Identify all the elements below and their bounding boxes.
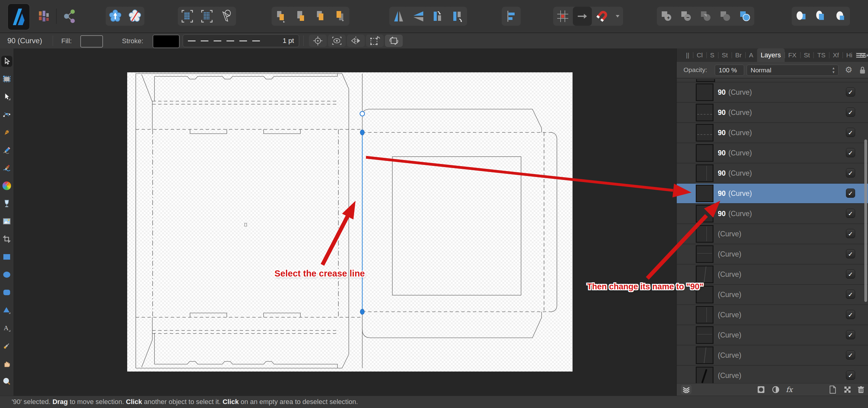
move-tool[interactable]	[1, 56, 12, 67]
brush-tool[interactable]	[1, 162, 12, 174]
move-to-front-button[interactable]	[272, 7, 290, 26]
layer-row[interactable]: 90(Curve)✓	[677, 204, 868, 224]
pixel-grid-icon[interactable]	[197, 7, 216, 26]
mirror-nodes-button[interactable]	[347, 35, 365, 47]
stroke-style-dropdown[interactable]: 1 pt	[183, 34, 299, 47]
insert-on-top-button[interactable]	[811, 7, 830, 26]
stroke-swatch[interactable]	[153, 35, 180, 48]
tab-fx[interactable]: FX	[785, 49, 800, 62]
point-transform-tool[interactable]	[1, 109, 12, 120]
layer-row[interactable]: (Curve)✓	[677, 345, 868, 366]
layer-visibility-checkbox[interactable]: ✓	[846, 107, 855, 117]
layer-visibility-checkbox[interactable]: ✓	[846, 209, 855, 218]
layer-effects-icon[interactable]: fx	[784, 385, 795, 394]
layer-visibility-checkbox[interactable]: ✓	[846, 371, 855, 380]
color-swatches-icon[interactable]	[34, 7, 53, 26]
layer-row-partial[interactable]	[677, 79, 868, 83]
boolean-divide-button[interactable]	[716, 7, 735, 26]
tab-br[interactable]: Br	[732, 49, 745, 62]
layers-scrollbar[interactable]	[864, 139, 867, 302]
pen-tool[interactable]	[1, 127, 12, 138]
pan-tool[interactable]	[1, 358, 12, 369]
artboard[interactable]	[127, 72, 572, 372]
layer-visibility-checkbox[interactable]: ✓	[846, 229, 855, 238]
tab-st[interactable]: St	[800, 49, 814, 62]
pencil-tool[interactable]	[1, 145, 12, 156]
insert-inside-button[interactable]	[831, 7, 850, 26]
layer-thumbnail[interactable]	[696, 144, 714, 162]
boolean-add-button[interactable]: +	[657, 7, 676, 26]
blend-mode-dropdown[interactable]: Normal ▲▼	[747, 65, 839, 76]
show-grid-icon[interactable]	[178, 7, 197, 26]
triangle-tool[interactable]	[1, 305, 12, 316]
flip-vertical-button[interactable]	[409, 7, 428, 26]
boolean-intersect-button[interactable]	[696, 7, 715, 26]
curve-node-selected[interactable]	[360, 130, 365, 135]
ellipse-tool[interactable]	[1, 269, 12, 280]
layer-row[interactable]: (Curve)✓	[677, 305, 868, 325]
layer-visibility-checkbox[interactable]: ✓	[846, 168, 855, 178]
move-to-back-button[interactable]	[331, 7, 349, 26]
text-tool[interactable]: A	[1, 322, 12, 334]
mask-layer-icon[interactable]	[756, 385, 766, 394]
artboard-tool[interactable]	[1, 73, 12, 85]
flip-horizontal-button[interactable]	[389, 7, 408, 26]
boolean-subtract-button[interactable]: −	[676, 7, 695, 26]
layer-row[interactable]: (Curve)✓	[677, 366, 868, 383]
tab-st[interactable]: St	[718, 49, 732, 62]
blend-stepper-icon[interactable]: ▲▼	[832, 66, 835, 74]
layer-thumbnail[interactable]	[696, 245, 714, 263]
layer-thumbnail[interactable]	[696, 104, 714, 121]
force-pixel-alignment-button[interactable]	[553, 7, 572, 26]
layer-visibility-checkbox[interactable]: ✓	[846, 87, 855, 97]
tab-[interactable]: ||	[682, 49, 693, 62]
layer-thumbnail[interactable]	[696, 326, 714, 344]
tab-ts[interactable]: TS	[813, 49, 829, 62]
layer-thumbnail[interactable]	[696, 367, 714, 383]
color-picker-tool[interactable]	[1, 340, 12, 351]
layer-row[interactable]: 90(Curve)✓	[677, 103, 868, 123]
layer-visibility-checkbox[interactable]: ✓	[846, 350, 855, 359]
tab-hi[interactable]: Hi	[843, 49, 856, 62]
layer-visibility-checkbox[interactable]: ✓	[846, 270, 855, 279]
rotate-cycle-button[interactable]	[385, 35, 403, 47]
layer-visibility-checkbox[interactable]: ✓	[846, 128, 855, 137]
tab-xf[interactable]: Xf	[829, 49, 843, 62]
node-link-icon[interactable]	[60, 7, 79, 26]
layer-visibility-checkbox[interactable]: ✓	[846, 330, 855, 339]
layer-row[interactable]: (Curve)✓	[677, 244, 868, 264]
zoom-tool[interactable]	[1, 376, 12, 387]
layer-thumbnail[interactable]	[696, 164, 714, 182]
layer-visibility-checkbox[interactable]: ✓	[846, 189, 855, 198]
layer-thumbnail[interactable]	[696, 124, 714, 142]
edit-all-layers-button[interactable]	[106, 7, 125, 26]
layer-row[interactable]: (Curve)✓	[677, 285, 868, 305]
tab-a[interactable]: A	[745, 49, 757, 62]
tab-s[interactable]: S	[707, 49, 718, 62]
new-pixel-layer-icon[interactable]	[842, 385, 853, 394]
fill-swatch[interactable]	[80, 35, 103, 48]
color-wheel-icon[interactable]	[1, 180, 12, 191]
layer-visibility-checkbox[interactable]: ✓	[846, 310, 855, 319]
move-backward-button[interactable]	[311, 7, 330, 26]
curve-start-node[interactable]	[360, 112, 365, 116]
rounded-rectangle-tool[interactable]	[1, 287, 12, 298]
cycle-selection-box-button[interactable]	[309, 35, 327, 47]
layer-row[interactable]: 90(Curve)✓	[677, 123, 868, 143]
layer-visibility-checkbox[interactable]: ✓	[846, 290, 855, 299]
assistant-off-button[interactable]	[125, 7, 144, 26]
tab-layers[interactable]: Layers	[757, 49, 785, 62]
insert-behind-button[interactable]	[792, 7, 811, 26]
delete-layer-icon[interactable]	[856, 385, 866, 394]
layer-visibility-checkbox[interactable]: ✓	[846, 249, 855, 258]
snap-to-geometry-icon[interactable]	[217, 7, 236, 26]
boolean-combine-button[interactable]	[735, 7, 754, 26]
layer-thumbnail[interactable]	[696, 346, 714, 364]
tab-cl[interactable]: Cl	[693, 49, 707, 62]
node-tool[interactable]	[1, 91, 12, 102]
transform-objects-button[interactable]	[366, 35, 384, 47]
place-image-tool[interactable]	[1, 216, 12, 227]
rotate-cw-button[interactable]	[448, 7, 467, 26]
move-forward-button[interactable]	[291, 7, 310, 26]
layer-thumbnail[interactable]	[696, 185, 714, 202]
